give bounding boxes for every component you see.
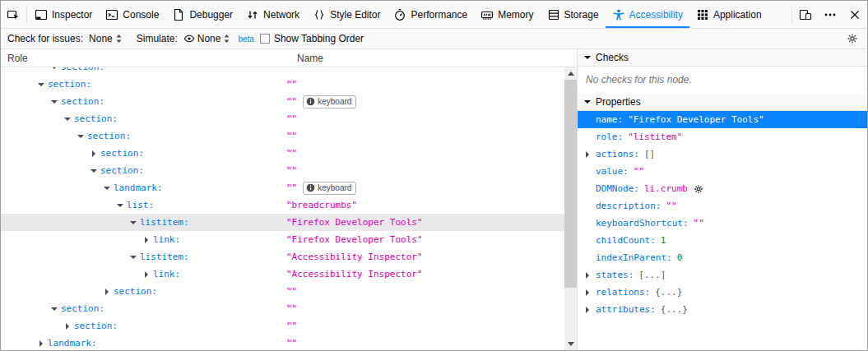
scroll-down-button[interactable] [564,338,577,350]
tree-row-name-value: "" [286,303,297,314]
property-key: description: [596,201,661,211]
property-row-role[interactable]: role:"listitem" [578,128,867,145]
toolbar-tabs: InspectorConsoleDebuggerNetworkStyle Edi… [28,1,791,28]
triangle-down-icon[interactable] [116,196,124,214]
role-column-header[interactable]: Role [7,53,28,64]
scroll-up-button[interactable] [564,67,577,80]
tree-row-role: landmark: [114,179,163,196]
property-row-actions[interactable]: actions:[] [578,145,867,163]
check-for-issues-value: None [89,33,113,44]
tab-debugger[interactable]: Debugger [165,1,239,28]
tree-row[interactable]: section:"" [1,283,564,300]
tree-row[interactable]: landmark:""keyboard [1,179,564,196]
triangle-right-icon[interactable] [583,301,592,318]
property-row-childCount[interactable]: childCount:1 [578,232,867,249]
property-value: "" [666,201,676,211]
tree-row[interactable]: section:"" [1,127,564,145]
tree-scrollbar[interactable] [564,67,577,350]
tree-row[interactable]: link:"Accessibility Inspector" [1,266,564,283]
triangle-down-icon[interactable] [129,214,137,231]
property-row-value[interactable]: value:"" [578,163,867,180]
tab-performance[interactable]: Performance [387,1,474,28]
settings-button[interactable] [842,29,862,48]
tree-row[interactable]: section:"" [1,162,564,179]
tab-style-editor[interactable]: Style Editor [306,1,387,28]
triangle-right-icon[interactable] [90,145,98,162]
inspector-icon [35,8,48,21]
triangle-down-icon[interactable] [50,93,58,110]
triangle-right-icon[interactable] [583,284,592,301]
triangle-right-icon[interactable] [37,335,45,350]
keyboard-badge[interactable]: keyboard [303,95,356,109]
tree-row[interactable]: listitem:"Accessibility Inspector" [1,248,564,266]
property-key: role: [596,132,623,142]
tree-row-role: section: [114,283,157,300]
triangle-down-icon[interactable] [37,76,45,93]
triangle-right-icon[interactable] [583,266,592,284]
property-row-description[interactable]: description:"" [578,197,867,215]
tab-memory[interactable]: Memory [474,1,540,28]
triangle-down-icon[interactable] [103,179,111,196]
name-column-header[interactable]: Name [297,53,323,64]
properties-section-header[interactable]: Properties [578,94,867,111]
property-key: name: [596,114,623,125]
checks-section-header[interactable]: Checks [578,49,867,67]
scrollbar-track[interactable] [564,288,577,338]
tree-row[interactable]: section:"" [1,76,564,93]
check-for-issues-dropdown[interactable]: None [87,32,124,45]
tree-row-role: list: [127,196,154,214]
triangle-right-icon[interactable] [142,266,151,283]
tab-label: Memory [498,9,533,21]
triangle-down-icon[interactable] [129,248,137,266]
property-row-states[interactable]: states:[...] [578,266,867,284]
tab-inspector[interactable]: Inspector [28,1,99,28]
property-row-name[interactable]: name:"Firefox Developer Tools" [578,111,867,128]
beta-badge: beta [238,35,253,44]
keyboard-badge[interactable]: keyboard [303,182,356,195]
tab-console[interactable]: Console [99,1,165,28]
property-row-keyboardShortcut[interactable]: keyboardShortcut:"" [578,215,867,232]
property-row-relations[interactable]: relations:{...} [578,284,867,301]
tree-row-name-value: "" [286,182,297,193]
property-row-DOMNode[interactable]: DOMNode:li.crumb [578,180,867,197]
property-row-attributes[interactable]: attributes:{...} [578,301,867,318]
tab-network[interactable]: Network [239,1,306,28]
show-tabbing-order-checkbox[interactable]: Show Tabbing Order [260,33,364,44]
triangle-right-icon[interactable] [583,145,592,163]
triangle-down-icon[interactable] [50,67,58,76]
tree-row[interactable]: list:"breadcrumbs" [1,196,564,214]
tree-row[interactable]: landmark:"" [1,335,564,350]
gear-icon [847,33,858,44]
tree-row[interactable]: listitem:"Firefox Developer Tools" [1,214,564,231]
scrollbar-thumb[interactable] [564,80,577,288]
tree-row[interactable]: section:"" [1,317,564,335]
performance-icon [393,8,406,21]
tree-row-name: "Firefox Developer Tools" [286,214,423,231]
tree-row-role: section: [61,67,104,76]
tree-row[interactable]: link:"Firefox Developer Tools" [1,231,564,248]
tree-row[interactable]: section:""keyboard [1,93,564,110]
triangle-down-icon[interactable] [77,127,85,145]
triangle-right-icon[interactable] [63,317,72,335]
simulate-dropdown[interactable]: None [182,32,233,45]
small-gear-icon[interactable] [694,184,703,194]
property-row-indexInParent[interactable]: indexInParent:0 [578,249,867,266]
tab-accessibility[interactable]: Accessibility [606,1,689,28]
triangle-right-icon[interactable] [142,231,151,248]
tab-storage[interactable]: Storage [541,1,606,28]
triangle-down-icon[interactable] [90,162,98,179]
tree-row[interactable]: section:"" [1,300,564,317]
triangle-down-icon[interactable] [50,300,58,317]
tree-row-role: listitem: [140,214,189,231]
triangle-down-icon[interactable] [63,110,72,127]
triangle-right-icon[interactable] [103,283,111,300]
tree-row-role: landmark: [48,335,97,350]
tree-row[interactable]: section:"" [1,67,564,76]
responsive-design-mode-button[interactable] [793,1,818,28]
tree-row[interactable]: section:"" [1,145,564,162]
devtools-menu-button[interactable] [818,1,842,28]
pick-accessible-button[interactable] [1,1,26,28]
close-devtools-button[interactable] [842,1,867,28]
tab-application[interactable]: Application [689,1,768,28]
tree-row[interactable]: section:"" [1,110,564,127]
